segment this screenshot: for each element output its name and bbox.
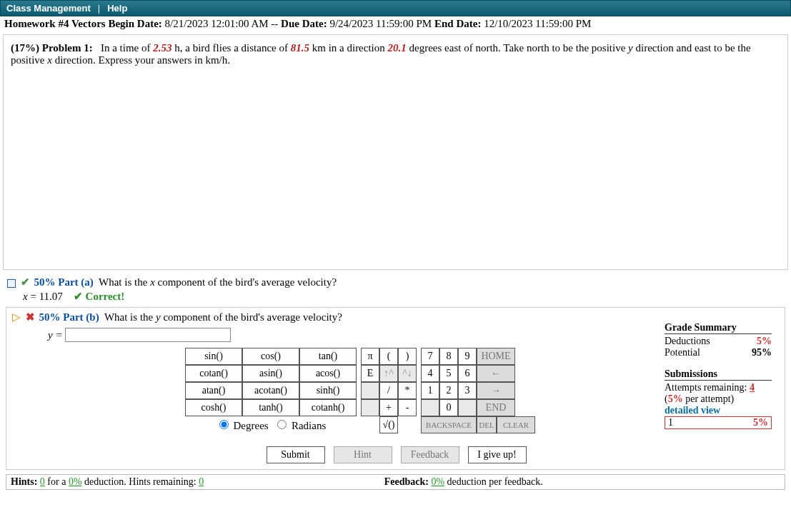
hints-label: Hints: — [11, 476, 40, 487]
x-icon: ✖ — [26, 311, 35, 323]
keypad-fn-button[interactable]: acos() — [299, 365, 357, 382]
part-a-answer-value: = 11.07 — [30, 291, 62, 302]
keypad-edit-button[interactable]: DEL — [477, 416, 497, 433]
hints-count[interactable]: 0 — [40, 476, 45, 487]
assignment-header: Homework #4 Vectors Begin Date: 8/21/202… — [0, 16, 791, 31]
keypad-num-button[interactable]: 1 — [421, 382, 439, 399]
detailed-view-link[interactable]: detailed view — [665, 405, 772, 416]
keypad-op-button — [361, 382, 379, 399]
keypad-num-button — [458, 399, 477, 416]
number-keypad: 789HOME456←123→0ENDBACKSPACEDELCLEAR — [421, 348, 535, 433]
grade-summary: Grade Summary Deductions 5% Potential 95… — [665, 322, 772, 429]
answer-input[interactable] — [65, 328, 231, 342]
keypad-edit-button[interactable]: CLEAR — [497, 416, 535, 433]
keypad-num-button[interactable]: 2 — [439, 382, 458, 399]
keypad-fn-button[interactable]: atan() — [185, 382, 242, 399]
keypad-fn-button[interactable]: acotan() — [242, 382, 299, 399]
deductions-value: 5% — [757, 336, 772, 347]
keypad-edit-button[interactable]: BACKSPACE — [421, 416, 477, 433]
attempts-label: Attempts remaining: — [665, 382, 750, 393]
keypad-nav-button[interactable]: HOME — [477, 348, 515, 365]
keypad-op-button[interactable]: - — [398, 399, 417, 416]
keypad-op-button[interactable]: √() — [379, 416, 398, 433]
begin-date-value: 8/21/2023 12:01:00 AM — [165, 18, 269, 29]
submission-row-val: 5% — [753, 417, 771, 428]
potential-value: 95% — [752, 347, 772, 358]
action-button-row: Submit Hint Feedback I give up! — [12, 446, 780, 463]
problem-value-angle: 20.1 — [388, 42, 407, 54]
degrees-radio[interactable]: Degrees — [216, 420, 269, 431]
radians-radio[interactable]: Radians — [274, 420, 326, 431]
problem-text-4: degrees east of north. Take north to be … — [407, 42, 628, 54]
problem-text-3: km in a direction — [309, 42, 388, 54]
keypad-num-button[interactable]: 4 — [421, 365, 439, 382]
function-keypad: sin()cos()tan()cotan()asin()acos()atan()… — [185, 348, 357, 432]
topbar-divider: | — [98, 3, 100, 14]
give-up-button[interactable]: I give up! — [468, 446, 527, 463]
hints-text-3: deduction. Hints remaining: — [82, 476, 199, 487]
per-attempt-pct: 5% — [668, 393, 683, 404]
expand-icon[interactable]: ▷ — [12, 311, 21, 323]
end-date-label: End Date: — [434, 18, 481, 29]
help-link[interactable]: Help — [107, 3, 127, 14]
keypad-nav-button[interactable]: → — [477, 382, 515, 399]
keypad-op-button[interactable]: π — [361, 348, 379, 365]
problem-value-distance: 81.5 — [291, 42, 309, 54]
keypad-fn-button[interactable]: sinh() — [299, 382, 357, 399]
class-management-link[interactable]: Class Management — [6, 3, 91, 14]
hints-remaining[interactable]: 0 — [199, 476, 204, 487]
attempts-value: 4 — [750, 382, 755, 393]
keypad-num-button[interactable]: 8 — [439, 348, 458, 365]
keypad-nav-button[interactable]: ← — [477, 365, 515, 382]
keypad-nav-button[interactable]: END — [477, 399, 515, 416]
collapse-icon[interactable] — [7, 279, 16, 288]
keypad-fn-button[interactable]: tanh() — [242, 399, 299, 416]
part-a-answer-var: x — [23, 291, 28, 302]
keypad-num-button[interactable]: 0 — [439, 399, 458, 416]
problem-value-time: 2.53 — [153, 42, 171, 54]
part-a-question-1: What is the — [99, 276, 150, 288]
feedback-button[interactable]: Feedback — [401, 446, 459, 463]
keypad-op-button[interactable]: ^↓ — [398, 365, 417, 382]
part-a-var: x — [150, 276, 155, 288]
keypad-fn-button[interactable]: cotanh() — [299, 399, 357, 416]
problem-text-6: direction. Express your answers in km/h. — [52, 54, 230, 66]
deductions-label: Deductions — [665, 336, 710, 347]
keypad-op-button[interactable]: ( — [379, 348, 398, 365]
hints-text-2: for a — [45, 476, 69, 487]
keypad-fn-button[interactable]: cos() — [242, 348, 299, 365]
keypad-fn-button[interactable]: cotan() — [185, 365, 242, 382]
problem-box: (17%) Problem 1: In a time of 2.53 h, a … — [3, 34, 788, 270]
keypad-op-button — [361, 399, 379, 416]
keypad-op-button[interactable]: + — [379, 399, 398, 416]
keypad-op-button[interactable]: ) — [398, 348, 417, 365]
keypad-num-button[interactable]: 5 — [439, 365, 458, 382]
submission-row-num: 1 — [665, 417, 673, 428]
problem-text-2: h, a bird flies a distance of — [172, 42, 291, 54]
keypad-fn-button[interactable]: tan() — [299, 348, 357, 365]
part-b-answer-var: y = — [48, 329, 63, 341]
grade-summary-title: Grade Summary — [665, 322, 772, 334]
keypad-op-button[interactable]: ↑^ — [379, 365, 398, 382]
keypad-num-button[interactable]: 9 — [458, 348, 477, 365]
problem-var-y: y — [628, 42, 633, 54]
hint-button[interactable]: Hint — [334, 446, 392, 463]
keypad-op-button[interactable]: / — [379, 382, 398, 399]
begin-date-label: Begin Date: — [108, 18, 161, 29]
submit-button[interactable]: Submit — [267, 446, 325, 463]
check-icon: ✔ — [21, 276, 30, 288]
feedback-label: Feedback: — [384, 476, 432, 487]
keypad-op-button[interactable]: E — [361, 365, 379, 382]
keypad-fn-button[interactable]: cosh() — [185, 399, 242, 416]
assignment-title: Homework #4 Vectors — [4, 18, 106, 29]
keypad-fn-button[interactable]: sin() — [185, 348, 242, 365]
feedback-text-2: deduction per feedback. — [444, 476, 543, 487]
problem-percent-label: (17%) Problem 1: — [11, 42, 93, 54]
keypad-fn-button[interactable]: asin() — [242, 365, 299, 382]
keypad-num-button[interactable]: 3 — [458, 382, 477, 399]
keypad-num-button[interactable]: 7 — [421, 348, 439, 365]
date-separator: -- — [271, 18, 278, 29]
keypad-num-button[interactable]: 6 — [458, 365, 477, 382]
keypad-op-button[interactable]: * — [398, 382, 417, 399]
submissions-title: Submissions — [665, 368, 772, 381]
